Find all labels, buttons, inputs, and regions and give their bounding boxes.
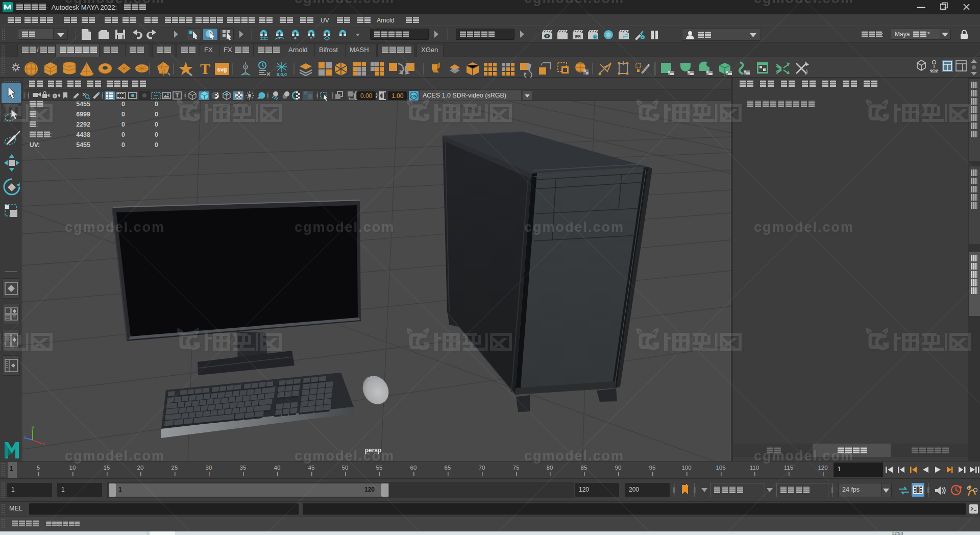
- svg-text:6999: 6999: [76, 111, 90, 118]
- svg-text:x: x: [42, 441, 45, 446]
- svg-text:5: 5: [37, 465, 40, 471]
- svg-text:ON: ON: [411, 94, 416, 98]
- svg-text:0: 0: [121, 121, 125, 128]
- svg-text:105: 105: [716, 465, 725, 471]
- svg-text:45: 45: [308, 465, 315, 471]
- svg-text:persp: persp: [365, 447, 382, 454]
- svg-text:5455: 5455: [76, 141, 90, 149]
- svg-text:50: 50: [342, 465, 349, 471]
- svg-text:60: 60: [410, 465, 417, 471]
- svg-text:85: 85: [581, 465, 587, 471]
- svg-text:10: 10: [69, 465, 76, 471]
- svg-text:0: 0: [155, 121, 158, 128]
- svg-text:15: 15: [104, 465, 110, 471]
- svg-text:0: 0: [155, 141, 158, 149]
- svg-text:20: 20: [137, 465, 144, 471]
- svg-text:svg: svg: [217, 66, 227, 72]
- svg-text:0: 0: [121, 141, 125, 149]
- svg-text:35: 35: [240, 465, 247, 471]
- svg-text:100: 100: [681, 465, 691, 471]
- svg-text:80: 80: [547, 465, 553, 471]
- svg-text:110: 110: [750, 465, 759, 471]
- svg-text:z: z: [23, 435, 26, 440]
- svg-text:95: 95: [649, 465, 656, 471]
- svg-text:y: y: [32, 425, 34, 430]
- svg-text:0: 0: [121, 101, 125, 108]
- svg-text:T: T: [176, 92, 179, 99]
- svg-text:40: 40: [274, 465, 281, 471]
- svg-text:5455: 5455: [76, 101, 90, 108]
- svg-text:30: 30: [206, 465, 212, 471]
- svg-text:70: 70: [479, 465, 485, 471]
- svg-text:90: 90: [615, 465, 622, 471]
- svg-text:T: T: [200, 60, 210, 77]
- svg-text:55: 55: [376, 465, 383, 471]
- svg-text:0: 0: [155, 111, 158, 118]
- svg-text:IPR: IPR: [575, 35, 581, 38]
- svg-text:75: 75: [513, 465, 520, 471]
- svg-text:0: 0: [121, 111, 125, 118]
- svg-text:0: 0: [155, 101, 158, 108]
- svg-text:0: 0: [121, 131, 125, 138]
- svg-text:25: 25: [172, 465, 178, 471]
- svg-text:0,0,0: 0,0,0: [277, 72, 287, 77]
- svg-text:115: 115: [784, 465, 793, 471]
- svg-text:65: 65: [445, 465, 451, 471]
- svg-text:2292: 2292: [76, 121, 90, 128]
- svg-text:4438: 4438: [76, 131, 90, 138]
- svg-text:0: 0: [155, 131, 158, 138]
- svg-text:120: 120: [818, 465, 827, 471]
